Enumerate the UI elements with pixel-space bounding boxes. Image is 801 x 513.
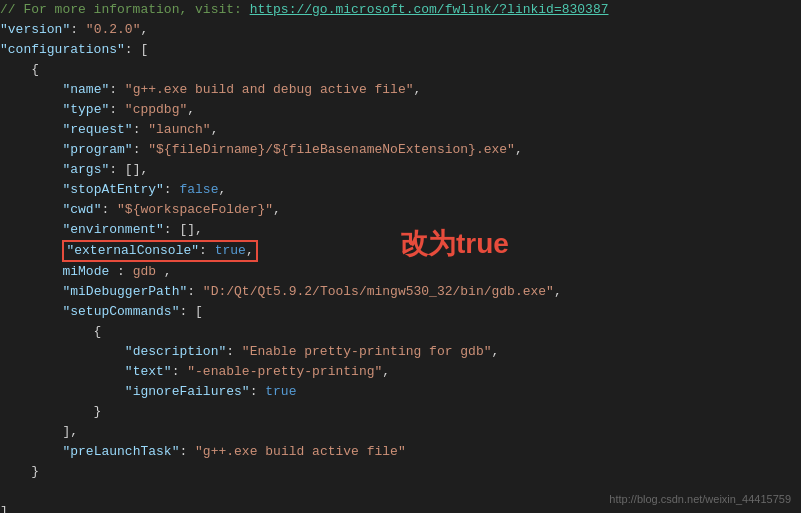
line-text: { bbox=[0, 322, 801, 342]
code-editor: // For more information, visit: https://… bbox=[0, 0, 801, 513]
line-text: "program": "${fileDirname}/${fileBasenam… bbox=[0, 140, 801, 160]
line-text: "request": "launch", bbox=[0, 120, 801, 140]
line-text: "ignoreFailures": true bbox=[0, 382, 801, 402]
code-line: "configurations": [ bbox=[0, 40, 801, 60]
code-line: "args": [], bbox=[0, 160, 801, 180]
line-text: // For more information, visit: https://… bbox=[0, 0, 801, 20]
code-line: { bbox=[0, 322, 801, 342]
line-text: "cwd": "${workspaceFolder}", bbox=[0, 200, 801, 220]
line-text: "description": "Enable pretty-printing f… bbox=[0, 342, 801, 362]
line-text: { bbox=[0, 60, 801, 80]
line-text: "text": "-enable-pretty-printing", bbox=[0, 362, 801, 382]
code-line: "version": "0.2.0", bbox=[0, 20, 801, 40]
line-text: "args": [], bbox=[0, 160, 801, 180]
line-text: ], bbox=[0, 422, 801, 442]
code-line: "program": "${fileDirname}/${fileBasenam… bbox=[0, 140, 801, 160]
code-line: "name": "g++.exe build and debug active … bbox=[0, 80, 801, 100]
line-text: "setupCommands": [ bbox=[0, 302, 801, 322]
code-line: miMode : gdb , bbox=[0, 262, 801, 282]
code-line: } bbox=[0, 462, 801, 482]
code-line: "setupCommands": [ bbox=[0, 302, 801, 322]
code-line: "stopAtEntry": false, bbox=[0, 180, 801, 200]
code-line: "preLaunchTask": "g++.exe build active f… bbox=[0, 442, 801, 462]
line-text: "configurations": [ bbox=[0, 40, 801, 60]
line-text: } bbox=[0, 402, 801, 422]
line-text: miMode : gdb , bbox=[0, 262, 801, 282]
line-text: "name": "g++.exe build and debug active … bbox=[0, 80, 801, 100]
chinese-annotation: 改为true bbox=[400, 225, 509, 263]
line-text: "preLaunchTask": "g++.exe build active f… bbox=[0, 442, 801, 462]
code-line: "request": "launch", bbox=[0, 120, 801, 140]
line-text: "stopAtEntry": false, bbox=[0, 180, 801, 200]
line-text: "type": "cppdbg", bbox=[0, 100, 801, 120]
code-line: "type": "cppdbg", bbox=[0, 100, 801, 120]
code-line: ], bbox=[0, 422, 801, 442]
code-line: "cwd": "${workspaceFolder}", bbox=[0, 200, 801, 220]
watermark: http://blog.csdn.net/weixin_44415759 bbox=[609, 493, 791, 505]
line-text: "miDebuggerPath": "D:/Qt/Qt5.9.2/Tools/m… bbox=[0, 282, 801, 302]
line-text: } bbox=[0, 462, 801, 482]
code-line: "miDebuggerPath": "D:/Qt/Qt5.9.2/Tools/m… bbox=[0, 282, 801, 302]
code-line: } bbox=[0, 402, 801, 422]
code-line: // For more information, visit: https://… bbox=[0, 0, 801, 20]
code-line: "description": "Enable pretty-printing f… bbox=[0, 342, 801, 362]
code-line: "text": "-enable-pretty-printing", bbox=[0, 362, 801, 382]
highlight-box: "externalConsole": true, bbox=[62, 240, 257, 262]
line-text: "version": "0.2.0", bbox=[0, 20, 801, 40]
code-line: { bbox=[0, 60, 801, 80]
code-line: "ignoreFailures": true bbox=[0, 382, 801, 402]
